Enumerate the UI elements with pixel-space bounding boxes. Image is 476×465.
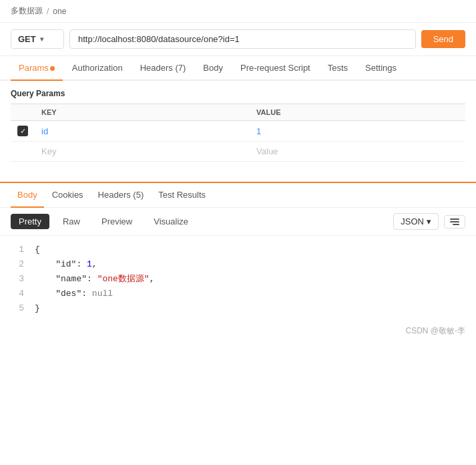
response-tab-test-results-label: Test Results — [158, 190, 206, 200]
response-section: Body Cookies Headers (5) Test Results Pr… — [0, 182, 476, 323]
tab-tests[interactable]: Tests — [320, 56, 356, 81]
row1-key[interactable]: id — [41, 126, 48, 136]
send-button[interactable]: Send — [421, 30, 465, 48]
tab-headers[interactable]: Headers (7) — [132, 56, 194, 81]
wrap-button[interactable] — [444, 215, 465, 228]
breadcrumb-root[interactable]: 多数据源 — [11, 5, 43, 17]
tab-body-label: Body — [203, 63, 223, 73]
row2-value-cell: Value — [250, 142, 465, 162]
response-tab-body-label: Body — [17, 190, 37, 200]
response-tab-body[interactable]: Body — [11, 183, 44, 208]
json-line-5: 5 } — [11, 301, 465, 316]
json-content-1: { — [35, 243, 465, 257]
row1-value-cell: 1 — [250, 121, 465, 142]
line-num-1: 1 — [11, 243, 24, 257]
params-table: KEY VALUE id 1 Ke — [11, 104, 465, 162]
row2-checkbox-cell — [11, 142, 35, 162]
tab-tests-label: Tests — [328, 63, 348, 73]
row2-key-placeholder[interactable]: Key — [41, 146, 56, 156]
tab-authorization-label: Authorization — [72, 63, 123, 73]
json-content-5: } — [35, 301, 465, 316]
wrap-icon — [450, 218, 459, 225]
method-label: GET — [18, 34, 36, 44]
response-tabs: Body Cookies Headers (5) Test Results — [0, 183, 476, 208]
tab-settings[interactable]: Settings — [357, 56, 405, 81]
response-tab-cookies-label: Cookies — [52, 190, 83, 200]
format-visualize-button[interactable]: Visualize — [146, 214, 196, 229]
json-key-des: "des" — [55, 289, 81, 299]
url-input[interactable] — [69, 29, 416, 49]
json-content-2: "id": 1, — [35, 257, 465, 272]
response-tab-test-results[interactable]: Test Results — [152, 183, 212, 208]
watermark: CSDN @敬敏-李 — [0, 323, 476, 339]
format-bar: Pretty Raw Preview Visualize JSON ▾ — [0, 208, 476, 236]
json-line-1: 1 { — [11, 243, 465, 257]
format-raw-button[interactable]: Raw — [55, 214, 88, 229]
response-tab-headers-label: Headers (5) — [98, 190, 144, 200]
row1-key-cell: id — [35, 121, 250, 142]
method-chevron-icon: ▾ — [40, 35, 43, 43]
col-header-value: VALUE — [250, 104, 465, 121]
json-content-3: "name": "one数据源", — [35, 272, 465, 287]
line-num-3: 3 — [11, 272, 24, 287]
language-label: JSON — [401, 216, 424, 226]
json-value-id: 1 — [87, 259, 92, 269]
json-line-4: 4 "des": null — [11, 287, 465, 301]
tab-headers-label: Headers (7) — [140, 63, 186, 73]
breadcrumb-current[interactable]: one — [53, 7, 66, 16]
query-params-title: Query Params — [11, 89, 465, 98]
row2-key-cell: Key — [35, 142, 250, 162]
line-num-5: 5 — [11, 301, 24, 316]
tab-authorization[interactable]: Authorization — [64, 56, 131, 81]
tab-body[interactable]: Body — [195, 56, 231, 81]
tab-params-label: Params — [19, 63, 49, 73]
col-header-checkbox — [11, 104, 35, 121]
request-tabs: Params Authorization Headers (7) Body Pr… — [0, 56, 476, 81]
format-pretty-button[interactable]: Pretty — [11, 214, 49, 229]
params-dot — [50, 66, 55, 71]
row1-value[interactable]: 1 — [256, 126, 261, 136]
tab-settings-label: Settings — [365, 63, 397, 73]
line-num-2: 2 — [11, 257, 24, 272]
col-header-key: KEY — [35, 104, 250, 121]
json-content-4: "des": null — [35, 287, 465, 301]
json-line-2: 2 "id": 1, — [11, 257, 465, 272]
breadcrumb-separator: / — [47, 7, 49, 16]
json-line-3: 3 "name": "one数据源", — [11, 272, 465, 287]
method-selector[interactable]: GET ▾ — [11, 29, 64, 49]
tab-params[interactable]: Params — [11, 56, 63, 81]
breadcrumb: 多数据源 / one — [0, 0, 476, 23]
response-tab-headers[interactable]: Headers (5) — [91, 183, 151, 208]
tab-pre-request-script[interactable]: Pre-request Script — [232, 56, 318, 81]
language-chevron-icon: ▾ — [427, 216, 431, 226]
tab-pre-request-script-label: Pre-request Script — [240, 63, 310, 73]
json-value-name: "one数据源" — [97, 274, 150, 284]
language-selector[interactable]: JSON ▾ — [393, 213, 439, 230]
query-params-section: Query Params KEY VALUE id 1 — [0, 81, 476, 162]
url-bar: GET ▾ Send — [0, 23, 476, 56]
json-key-id: "id" — [55, 259, 76, 269]
row2-value-placeholder[interactable]: Value — [256, 146, 278, 156]
format-preview-button[interactable]: Preview — [93, 214, 140, 229]
row1-checkbox[interactable] — [17, 126, 28, 136]
table-row: id 1 — [11, 121, 465, 142]
json-output: 1 { 2 "id": 1, 3 "name": "one数据源", 4 "de… — [0, 236, 476, 323]
row1-checkbox-cell — [11, 121, 35, 142]
json-value-des: null — [92, 289, 113, 299]
table-row: Key Value — [11, 142, 465, 162]
line-num-4: 4 — [11, 287, 24, 301]
response-tab-cookies[interactable]: Cookies — [45, 183, 90, 208]
json-key-name: "name" — [55, 274, 87, 284]
